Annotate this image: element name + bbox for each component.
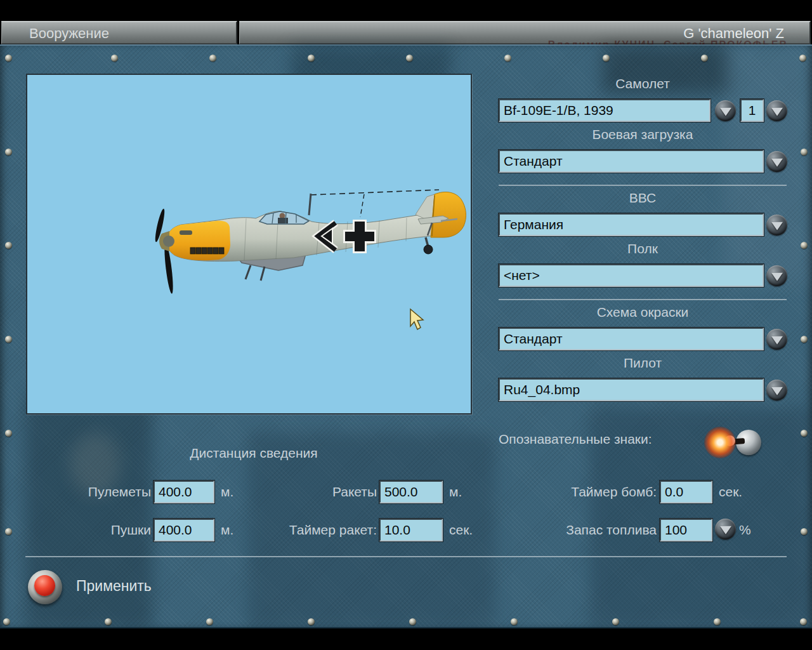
- screw-icon: [409, 618, 416, 625]
- aircraft-select[interactable]: Bf-109E-1/B, 1939: [499, 99, 710, 122]
- convergence-title: Дистанция сведения: [127, 446, 381, 461]
- pilot-skin-select-value: Ru4_04.bmp: [500, 380, 763, 397]
- tab-armament[interactable]: Вооружение: [1, 21, 237, 44]
- loadout-select[interactable]: Стандарт: [499, 150, 764, 173]
- bomb-timer-field[interactable]: 0.0: [660, 481, 712, 503]
- rockets-field[interactable]: 500.0: [379, 481, 443, 503]
- arrow-down-icon: [771, 222, 783, 230]
- screw-icon: [5, 528, 12, 535]
- skin-dropdown-button[interactable]: [766, 329, 787, 350]
- aircraft-render: [27, 75, 471, 413]
- main-panel: Самолет Bf-109E-1/B, 1939 1 Боевая загру…: [0, 44, 812, 628]
- arrow-down-icon: [771, 272, 783, 281]
- rocket-timer-label: Таймер ракет:: [254, 522, 377, 538]
- screw-icon: [5, 336, 12, 343]
- markings-label: Опознавательные знаки:: [499, 432, 652, 447]
- screw-icon: [209, 55, 216, 62]
- airforce-select-value: Германия: [500, 215, 763, 232]
- markings-toggle-knob: [724, 435, 735, 446]
- screw-icon: [801, 528, 808, 535]
- cannons-unit: м.: [221, 522, 233, 538]
- aircraft-preview[interactable]: [26, 74, 472, 415]
- regiment-section-label: Полк: [499, 241, 787, 256]
- screw-icon: [105, 618, 112, 625]
- arrow-down-icon: [771, 158, 783, 166]
- rocket-timer-field[interactable]: 10.0: [379, 519, 443, 541]
- armament-screen: Вооружение G 'chameleon' Z Владимир КУНИ…: [0, 0, 812, 650]
- aircraft-count-value: 1: [742, 100, 763, 118]
- apply-button[interactable]: [28, 570, 62, 604]
- loadout-select-value: Стандарт: [500, 151, 763, 169]
- airforce-select[interactable]: Германия: [499, 213, 764, 236]
- aircraft-section-label: Самолет: [499, 76, 787, 91]
- regiment-select[interactable]: <нет>: [499, 264, 764, 287]
- cannons-value: 400.0: [155, 520, 213, 538]
- rockets-unit: м.: [449, 484, 462, 500]
- skin-section-label: Схема окраски: [499, 305, 787, 320]
- bomb-timer-label: Таймер бомб:: [539, 484, 657, 500]
- airforce-dropdown-button[interactable]: [766, 215, 787, 235]
- screw-icon: [714, 618, 721, 625]
- fuel-dropdown-button[interactable]: [715, 519, 736, 540]
- regiment-dropdown-button[interactable]: [766, 265, 787, 286]
- screw-icon: [603, 55, 610, 62]
- rockets-label: Ракеты: [254, 484, 377, 500]
- screw-icon: [5, 149, 12, 156]
- mouse-cursor-icon: [410, 309, 423, 329]
- bottom-black-strip: [0, 628, 812, 650]
- apply-label: Применить: [76, 578, 152, 595]
- loadout-section-label: Боевая загрузка: [499, 127, 787, 142]
- tab-armament-label: Вооружение: [29, 25, 109, 42]
- fuel-label: Запас топлива: [539, 522, 657, 538]
- pilot-skin-select[interactable]: Ru4_04.bmp: [499, 378, 764, 401]
- skin-select[interactable]: Стандарт: [499, 328, 764, 350]
- screw-icon: [504, 55, 511, 62]
- screw-icon: [111, 55, 118, 62]
- machineguns-value: 400.0: [155, 482, 213, 500]
- rockets-value: 500.0: [381, 482, 442, 500]
- regiment-select-value: <нет>: [500, 265, 763, 283]
- screw-icon: [5, 55, 12, 62]
- screw-icon: [612, 618, 619, 625]
- screw-icon: [406, 55, 413, 62]
- cannons-field[interactable]: 400.0: [154, 519, 214, 541]
- aircraft-dropdown-button[interactable]: [715, 100, 736, 121]
- section-divider: [499, 185, 787, 186]
- fuel-value: 100: [661, 520, 711, 538]
- arrow-down-icon: [720, 526, 731, 534]
- screw-icon: [308, 55, 315, 62]
- pilot-section-label: Пилот: [499, 355, 787, 371]
- pilot-dropdown-button[interactable]: [766, 380, 787, 401]
- screw-icon: [3, 618, 10, 625]
- bomb-timer-value: 0.0: [661, 482, 711, 500]
- screw-icon: [206, 618, 213, 625]
- screw-icon: [308, 618, 315, 625]
- screw-icon: [511, 618, 518, 625]
- screw-icon: [801, 242, 808, 249]
- machineguns-field[interactable]: 400.0: [154, 481, 214, 503]
- aircraft-count-dropdown-button[interactable]: [766, 100, 787, 121]
- arrow-down-icon: [771, 336, 783, 344]
- machineguns-label: Пулеметы: [25, 484, 151, 500]
- screw-icon: [801, 336, 808, 343]
- loadout-dropdown-button[interactable]: [766, 151, 787, 172]
- arrow-down-icon: [771, 107, 783, 116]
- fuel-field[interactable]: 100: [660, 519, 712, 541]
- screw-icon: [799, 55, 806, 62]
- screw-icon: [701, 55, 708, 62]
- skin-select-value: Стандарт: [500, 329, 763, 347]
- screw-icon: [801, 430, 808, 437]
- screw-icon: [800, 618, 807, 625]
- screw-icon: [5, 242, 12, 249]
- bomb-timer-unit: сек.: [719, 484, 742, 500]
- arrow-down-icon: [771, 387, 783, 395]
- aircraft-count-field[interactable]: 1: [740, 99, 764, 122]
- screw-icon: [5, 430, 12, 437]
- rocket-timer-unit: сек.: [449, 522, 473, 538]
- airforce-section-label: ВВС: [499, 190, 787, 206]
- fuel-unit: %: [739, 522, 751, 538]
- arrow-down-icon: [720, 107, 731, 116]
- section-divider: [499, 299, 787, 300]
- aircraft-select-value: Bf-109E-1/B, 1939: [500, 100, 709, 118]
- rocket-timer-value: 10.0: [381, 520, 442, 538]
